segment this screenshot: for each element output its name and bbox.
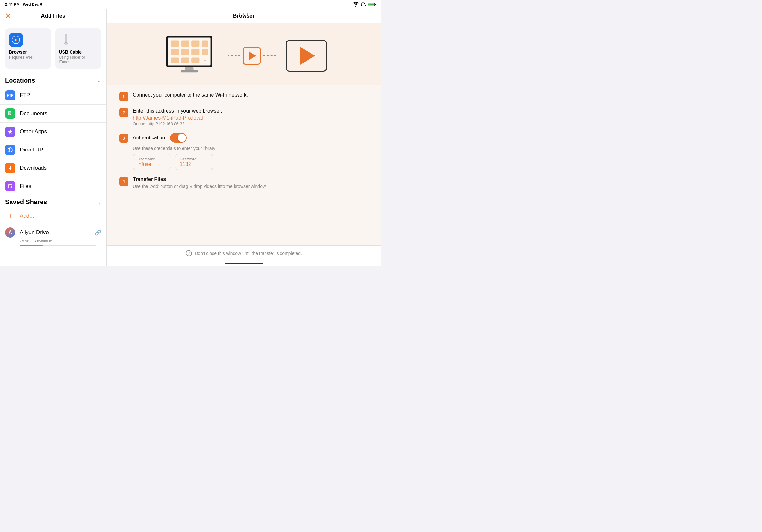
svg-rect-24 <box>9 187 11 188</box>
saved-shares-section-header: Saved Shares ⌄ <box>0 195 106 208</box>
left-panel-title: Add Files <box>5 13 101 19</box>
step-1-content: Connect your computer to the same Wi-Fi … <box>133 92 368 99</box>
wifi-icon <box>353 2 359 7</box>
auth-toggle[interactable] <box>170 133 187 143</box>
cards-row: Browser Requires Wi-Fi USB Cable Using F… <box>0 23 106 74</box>
right-panel: • • • Browser <box>107 9 381 266</box>
battery-icon <box>368 2 376 7</box>
sidebar-item-documents[interactable]: Documents <box>0 104 106 122</box>
home-indicator <box>225 263 263 264</box>
svg-rect-30 <box>202 40 208 46</box>
otherapps-label: Other Apps <box>20 129 47 135</box>
downloads-icon <box>5 163 15 173</box>
usb-cable-icon <box>60 34 72 46</box>
svg-rect-36 <box>181 57 189 62</box>
illustration-area <box>107 23 381 85</box>
browser-card-icon <box>9 33 23 47</box>
svg-point-10 <box>65 42 67 45</box>
svg-rect-22 <box>9 185 12 186</box>
status-icons <box>353 2 376 7</box>
svg-rect-14 <box>9 113 11 113</box>
right-footer: i Don't close this window until the tran… <box>107 245 381 261</box>
auth-description: Use these credentials to enter your libr… <box>133 146 368 151</box>
svg-rect-33 <box>191 49 199 55</box>
sidebar-item-directurl[interactable]: Direct URL <box>0 141 106 159</box>
step-4-text: Use the 'Add' button or drag & drop vide… <box>133 184 267 189</box>
svg-rect-32 <box>181 49 189 55</box>
drive-progress-bg <box>20 245 96 246</box>
left-panel: ✕ Add Files Browser Requires Wi-Fi <box>0 9 107 266</box>
auth-row: Authentication <box>133 133 368 143</box>
otherapps-icon <box>5 127 15 137</box>
info-icon: i <box>186 250 192 256</box>
play-triangle <box>249 51 256 60</box>
directurl-icon <box>5 145 15 155</box>
svg-marker-7 <box>15 40 16 42</box>
svg-rect-34 <box>202 49 208 55</box>
compass-icon <box>12 35 21 44</box>
step-2-content: Enter this address in your web browser: … <box>133 107 368 127</box>
svg-rect-41 <box>181 70 198 72</box>
time-display: 2:44 PM <box>5 2 20 7</box>
locations-section-header: Locations ⌄ <box>0 74 106 86</box>
username-value: infuse <box>137 162 166 167</box>
aliyun-drive-item[interactable]: A Aliyun Drive 🔗 75.98 GB available <box>0 224 106 249</box>
svg-rect-3 <box>375 4 376 5</box>
svg-rect-0 <box>360 5 361 6</box>
svg-rect-28 <box>181 40 189 46</box>
step-4-badge: 4 <box>119 177 128 186</box>
step-2-link[interactable]: http://James-M1-iPad-Pro.local <box>133 115 368 121</box>
computer-illustration <box>161 33 218 79</box>
usb-card[interactable]: USB Cable Using Finder or iTunes <box>55 29 102 69</box>
drive-left: A Aliyun Drive <box>5 228 49 237</box>
dashed-line-left <box>228 55 240 56</box>
status-bar: 2:44 PM Wed Dec 6 <box>0 0 381 9</box>
add-share-button[interactable]: + Add... <box>0 208 106 224</box>
steps-content: 1 Connect your computer to the same Wi-F… <box>107 85 381 245</box>
step-4-content: Transfer Files Use the 'Add' button or d… <box>133 176 368 190</box>
usb-card-subtitle: Using Finder or iTunes <box>59 55 98 64</box>
password-box: Password 1132 <box>175 154 213 170</box>
step-2-badge: 2 <box>119 108 128 117</box>
sidebar-item-files[interactable]: Files <box>0 177 106 195</box>
add-icon: + <box>5 212 15 220</box>
step-2: 2 Enter this address in your web browser… <box>119 107 368 127</box>
locations-chevron[interactable]: ⌄ <box>97 78 101 84</box>
browser-card-subtitle: Requires Wi-Fi <box>9 55 47 60</box>
saved-shares-chevron[interactable]: ⌄ <box>97 199 101 205</box>
usb-card-icon <box>59 33 73 47</box>
link-icon: 🔗 <box>95 230 101 236</box>
sidebar-item-ftp[interactable]: FTP FTP <box>0 86 106 104</box>
files-label: Files <box>20 183 31 189</box>
sidebar-item-otherapps[interactable]: Other Apps <box>0 122 106 141</box>
auth-label: Authentication <box>133 135 165 141</box>
dashed-line-right <box>263 55 276 56</box>
close-button[interactable]: ✕ <box>5 13 11 20</box>
drive-name: Aliyun Drive <box>20 229 49 236</box>
step-1-badge: 1 <box>119 92 128 101</box>
svg-rect-31 <box>171 49 179 55</box>
downloads-label: Downloads <box>20 165 46 171</box>
svg-marker-16 <box>8 129 13 134</box>
step-2-text: Enter this address in your web browser: <box>133 108 222 113</box>
browser-card[interactable]: Browser Requires Wi-Fi <box>5 29 51 69</box>
step-1: 1 Connect your computer to the same Wi-F… <box>119 92 368 101</box>
footer-text: Don't close this window until the transf… <box>194 251 302 256</box>
locations-title: Locations <box>5 77 35 84</box>
home-indicator-area <box>107 261 381 266</box>
documents-icon <box>5 108 15 119</box>
svg-rect-1 <box>365 5 366 6</box>
drive-storage: 75.98 GB available <box>5 239 101 243</box>
svg-rect-4 <box>368 4 374 6</box>
step-3: 3 Authentication Use these credentials t… <box>119 133 368 170</box>
sidebar-item-downloads[interactable]: Downloads <box>0 159 106 177</box>
status-time: 2:44 PM Wed Dec 6 <box>5 2 42 7</box>
saved-shares-title: Saved Shares <box>5 198 47 206</box>
files-icon <box>5 181 15 191</box>
svg-rect-13 <box>9 112 11 112</box>
play-icon-box <box>243 47 261 65</box>
headphones-icon <box>360 2 366 7</box>
transfer-arrow <box>228 47 276 65</box>
svg-rect-11 <box>65 34 67 36</box>
credentials-row: Username infuse Password 1132 <box>133 154 368 170</box>
